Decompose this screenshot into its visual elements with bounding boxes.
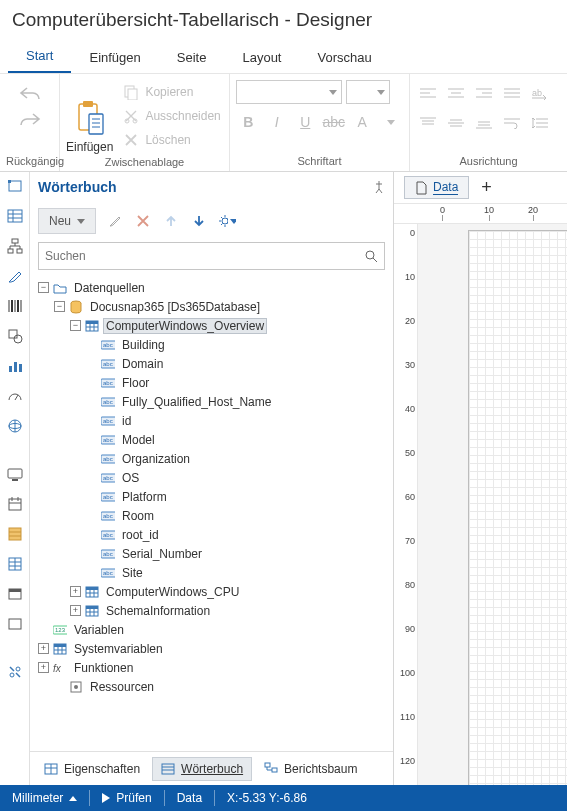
strike-button[interactable]: abc — [322, 110, 347, 134]
gear-icon[interactable] — [218, 212, 236, 230]
tab-start[interactable]: Start — [8, 40, 71, 73]
align-justify-button[interactable] — [500, 80, 524, 106]
tab-eigenschaften[interactable]: Eigenschaften — [36, 758, 148, 780]
font-family-combo[interactable] — [236, 80, 342, 104]
expand-icon[interactable]: − — [38, 282, 49, 293]
tree-field[interactable]: abcid — [34, 411, 389, 430]
new-button[interactable]: Neu — [38, 208, 96, 234]
svg-text:abc: abc — [103, 342, 113, 348]
dictionary-tree[interactable]: −Datenquellen−Docusnap365 [Ds365Database… — [30, 276, 393, 751]
valign-top-button[interactable] — [416, 110, 440, 136]
tool-chart[interactable] — [5, 356, 25, 376]
tree-field[interactable]: abcPlatform — [34, 487, 389, 506]
tree-field[interactable]: abcBuilding — [34, 335, 389, 354]
delete-icon[interactable] — [134, 212, 152, 230]
tool-pointer[interactable] — [5, 176, 25, 196]
tree-field[interactable]: abcDomain — [34, 354, 389, 373]
expand-icon[interactable]: + — [38, 662, 49, 673]
tab-layout[interactable]: Layout — [224, 42, 299, 73]
paste-button[interactable]: Einfügen — [66, 80, 113, 154]
status-unit[interactable]: Millimeter — [0, 785, 89, 811]
search-input[interactable] — [45, 249, 364, 263]
status-data[interactable]: Data — [165, 785, 214, 811]
text-direction-button[interactable]: ab — [528, 80, 552, 106]
tree-field[interactable]: abcroot_id — [34, 525, 389, 544]
align-center-button[interactable] — [444, 80, 468, 106]
expand-icon[interactable]: − — [54, 301, 65, 312]
tool-pen[interactable] — [5, 266, 25, 286]
add-page-button[interactable]: + — [475, 177, 498, 198]
expand-icon[interactable]: − — [70, 320, 81, 331]
tree-ressourcen[interactable]: Ressourcen — [34, 677, 389, 696]
report-page[interactable] — [468, 230, 567, 785]
pin-icon[interactable] — [373, 180, 385, 194]
align-left-button[interactable] — [416, 80, 440, 106]
tab-einfuegen[interactable]: Einfügen — [71, 42, 158, 73]
tree-datenquellen[interactable]: −Datenquellen — [34, 278, 389, 297]
move-up-icon[interactable] — [162, 212, 180, 230]
canvas-tab-data[interactable]: Data — [404, 176, 469, 199]
tree-database[interactable]: −Docusnap365 [Ds365Database] — [34, 297, 389, 316]
tool-gauge[interactable] — [5, 386, 25, 406]
tree-field[interactable]: abcOS — [34, 468, 389, 487]
wrap-text-button[interactable] — [500, 110, 524, 136]
tool-device[interactable] — [5, 464, 25, 484]
tab-woerterbuch[interactable]: Wörterbuch — [152, 757, 252, 781]
tool-grid2[interactable] — [5, 554, 25, 574]
font-color-dropdown[interactable] — [379, 110, 404, 134]
move-down-icon[interactable] — [190, 212, 208, 230]
tree-funktionen[interactable]: +fxFunktionen — [34, 658, 389, 677]
tree-field[interactable]: abcModel — [34, 430, 389, 449]
status-check[interactable]: Prüfen — [90, 785, 163, 811]
tool-shape[interactable] — [5, 326, 25, 346]
tree-field[interactable]: abcFully_Qualified_Host_Name — [34, 392, 389, 411]
italic-button[interactable]: I — [265, 110, 290, 134]
page-workspace[interactable] — [418, 224, 567, 785]
tree-field[interactable]: abcSite — [34, 563, 389, 582]
svg-rect-114 — [86, 587, 98, 590]
tree-field[interactable]: abcOrganization — [34, 449, 389, 468]
tree-schema-table[interactable]: +SchemaInformation — [34, 601, 389, 620]
line-spacing-button[interactable] — [528, 110, 552, 136]
cut-button[interactable]: Ausschneiden — [119, 106, 224, 126]
tool-calendar[interactable] — [5, 494, 25, 514]
delete-button[interactable]: Löschen — [119, 130, 224, 150]
tree-node-icon — [53, 281, 67, 295]
expand-icon[interactable]: + — [70, 586, 81, 597]
tool-globe[interactable] — [5, 416, 25, 436]
bold-button[interactable]: B — [236, 110, 261, 134]
tree-node-icon: abc — [101, 414, 115, 428]
tool-grid1[interactable] — [5, 524, 25, 544]
tool-hierarchy[interactable] — [5, 236, 25, 256]
valign-bottom-button[interactable] — [472, 110, 496, 136]
tool-settings[interactable] — [5, 662, 25, 682]
valign-middle-button[interactable] — [444, 110, 468, 136]
tree-overview-table[interactable]: −ComputerWindows_Overview — [34, 316, 389, 335]
undo-button[interactable] — [19, 86, 41, 102]
tab-vorschau[interactable]: Vorschau — [299, 42, 389, 73]
underline-button[interactable]: U — [293, 110, 318, 134]
expand-icon[interactable]: + — [70, 605, 81, 616]
tool-window[interactable] — [5, 614, 25, 634]
status-coords: X:-5.33 Y:-6.86 — [215, 785, 319, 811]
tool-table[interactable] — [5, 206, 25, 226]
edit-icon[interactable] — [106, 212, 124, 230]
tree-sysvariablen[interactable]: +Systemvariablen — [34, 639, 389, 658]
font-color-button[interactable]: A — [350, 110, 375, 134]
copy-button[interactable]: Kopieren — [119, 82, 224, 102]
tree-cpu-table[interactable]: +ComputerWindows_CPU — [34, 582, 389, 601]
tab-berichtsbaum[interactable]: Berichtsbaum — [256, 758, 365, 780]
search-icon[interactable] — [364, 249, 378, 263]
tab-seite[interactable]: Seite — [159, 42, 225, 73]
expand-icon[interactable]: + — [38, 643, 49, 654]
tree-variablen[interactable]: 123Variablen — [34, 620, 389, 639]
font-size-combo[interactable] — [346, 80, 390, 104]
tree-field[interactable]: abcSerial_Number — [34, 544, 389, 563]
tool-barcode[interactable] — [5, 296, 25, 316]
tree-field[interactable]: abcFloor — [34, 373, 389, 392]
redo-button[interactable] — [19, 112, 41, 128]
tool-panel[interactable] — [5, 584, 25, 604]
align-right-button[interactable] — [472, 80, 496, 106]
search-box[interactable] — [38, 242, 385, 270]
tree-field[interactable]: abcRoom — [34, 506, 389, 525]
